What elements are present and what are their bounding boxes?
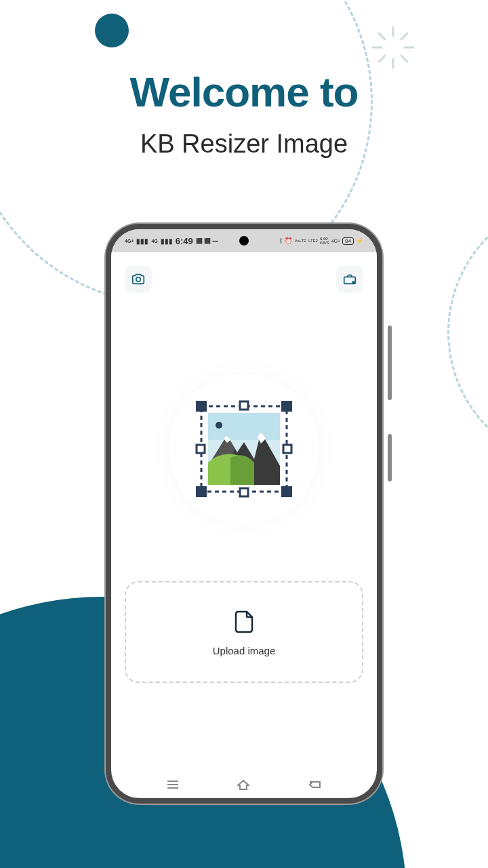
svg-point-8: [136, 277, 140, 281]
svg-rect-17: [197, 445, 205, 453]
camera-notch: [239, 236, 249, 245]
signal-4g: 4G: [151, 239, 157, 243]
app-screen: Upload image: [111, 252, 377, 771]
briefcase-button[interactable]: [336, 266, 363, 293]
status-right: ᛒ ⏰ VoLTE LTE2 6.60 KB/S 4G+ 84 ⚡: [279, 237, 363, 245]
status-time: 6:49: [176, 236, 193, 246]
home-icon[interactable]: [235, 776, 251, 793]
bluetooth-icon: ᛒ: [279, 237, 283, 244]
svg-point-9: [352, 281, 355, 284]
recent-apps-icon[interactable]: [165, 777, 180, 792]
svg-rect-15: [240, 401, 248, 410]
signal-icon: ▮▮▮: [136, 237, 148, 245]
upload-label: Upload image: [213, 645, 276, 656]
file-icon: [230, 608, 258, 635]
status-left: 4G+ ▮▮▮ 4G ▮▮▮ 6:49 ⬛ ⬛ •••: [125, 236, 218, 246]
net-4g: 4G+: [331, 239, 340, 243]
camera-icon: [131, 272, 146, 287]
svg-rect-16: [240, 488, 248, 496]
phone-volume-button: [388, 326, 392, 400]
volte-label: VoLTE: [294, 239, 306, 243]
app-name-subtitle: KB Resizer Image: [0, 130, 488, 159]
phone-mockup: 4G+ ▮▮▮ 4G ▮▮▮ 6:49 ⬛ ⬛ ••• ᛒ ⏰ VoLTE LT…: [106, 224, 382, 804]
status-dots: ⬛ ⬛ •••: [196, 238, 218, 244]
phone-power-button: [388, 434, 392, 481]
battery-icon: 84: [342, 237, 354, 245]
upload-dropzone[interactable]: Upload image: [125, 581, 363, 683]
plus-icon: +: [37, 578, 54, 610]
net-unit: KB/S: [320, 241, 329, 245]
header: Welcome to KB Resizer Image: [0, 0, 488, 159]
signal-icon-2: ▮▮▮: [161, 237, 173, 245]
svg-rect-11: [196, 401, 207, 412]
resize-illustration: [169, 374, 319, 524]
charging-icon: ⚡: [356, 237, 363, 244]
svg-point-21: [216, 422, 222, 429]
camera-button[interactable]: [125, 266, 152, 293]
svg-rect-12: [281, 401, 292, 412]
signal-4gplus: 4G+: [125, 239, 134, 243]
svg-rect-18: [283, 445, 291, 453]
welcome-title: Welcome to: [0, 68, 488, 116]
svg-rect-13: [196, 486, 207, 497]
back-icon[interactable]: [306, 776, 323, 793]
android-nav-bar: [111, 771, 377, 798]
svg-rect-14: [281, 486, 292, 497]
alarm-icon: ⏰: [285, 237, 292, 244]
briefcase-icon: [342, 272, 357, 287]
lte-label: LTE2: [308, 239, 318, 243]
bg-dashed-curve: [447, 197, 488, 468]
status-bar: 4G+ ▮▮▮ 4G ▮▮▮ 6:49 ⬛ ⬛ ••• ᛒ ⏰ VoLTE LT…: [111, 229, 377, 252]
